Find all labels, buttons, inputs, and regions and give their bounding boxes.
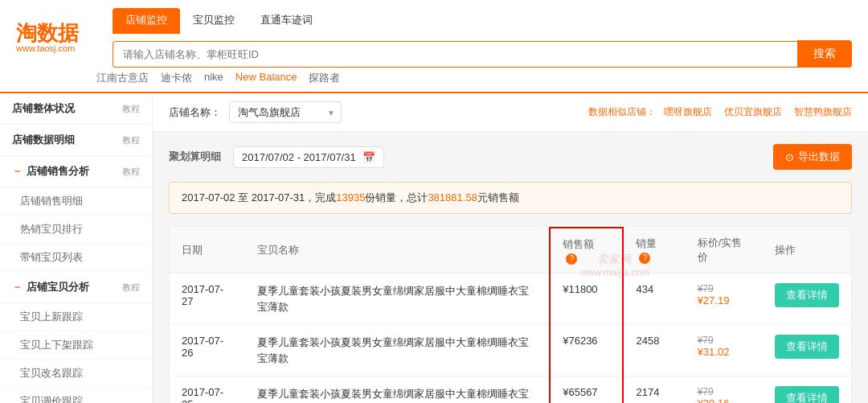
table-row: 2017-07-25 夏季儿童套装小孩夏装男女童绵绸家居服中大童棉绸睡衣宝宝薄款… bbox=[170, 376, 851, 404]
sidebar-group-data-detail-title: 店铺数据明细 教程 bbox=[0, 125, 152, 156]
cell-price-0: ¥79 ¥27.19 bbox=[686, 273, 763, 325]
sales-count-help[interactable]: ? bbox=[639, 253, 650, 264]
sidebar-group-data-detail: 店铺数据明细 教程 bbox=[0, 125, 152, 156]
tutorial-sales[interactable]: 教程 bbox=[122, 166, 140, 178]
similar-links: 嘿呀旗舰店 优贝宜旗舰店 智慧鸭旗舰店 bbox=[664, 105, 852, 119]
cell-action-2[interactable]: 查看详情 bbox=[763, 376, 851, 404]
cell-date-2: 2017-07-25 bbox=[170, 376, 245, 404]
col-sales-count: 销量 ? bbox=[623, 228, 685, 273]
col-product: 宝贝名称 bbox=[245, 228, 550, 273]
table-row: 2017-07-26 夏季儿童套装小孩夏装男女童绵绸家居服中大童棉绸睡衣宝宝薄款… bbox=[170, 325, 851, 376]
col-sales-amount: 销售额 ? 卖家网 www.maijia.com bbox=[550, 228, 623, 273]
similar-store-0[interactable]: 嘿呀旗舰店 bbox=[664, 105, 712, 119]
sidebar-item-price-track[interactable]: 宝贝调价跟踪 bbox=[0, 388, 152, 403]
col-date: 日期 bbox=[170, 228, 245, 273]
sidebar-item-shelf-track[interactable]: 宝贝上下架跟踪 bbox=[0, 331, 152, 360]
collapse-item-analysis[interactable]: － bbox=[12, 280, 23, 294]
cell-count-0: 434 bbox=[623, 273, 685, 325]
sidebar: 店铺整体状况 教程 店铺数据明细 教程 － 店铺销售分析 教程 店铺销售明细 热… bbox=[0, 93, 153, 403]
search-input[interactable] bbox=[113, 41, 797, 68]
collapse-sales[interactable]: － bbox=[12, 164, 23, 179]
store-label: 店铺名称： bbox=[169, 105, 221, 120]
similar-store-1[interactable]: 优贝宜旗舰店 bbox=[724, 105, 782, 119]
summary-sales-count: 13935 bbox=[336, 191, 365, 204]
sidebar-group-overview: 店铺整体状况 教程 bbox=[0, 93, 152, 125]
cell-product-1: 夏季儿童套装小孩夏装男女童绵绸家居服中大童棉绸睡衣宝宝薄款 bbox=[245, 325, 550, 376]
col-action: 操作 bbox=[763, 228, 851, 273]
tutorial-data-detail[interactable]: 教程 bbox=[122, 134, 140, 146]
logo-cn: 淘数据 bbox=[16, 23, 96, 43]
cell-price-1: ¥79 ¥31.02 bbox=[686, 325, 763, 376]
summary-sales-amount: 381881.58 bbox=[428, 191, 477, 204]
date-filter-label: 聚划算明细 bbox=[169, 150, 221, 164]
cell-product-2: 夏季儿童套装小孩夏装男女童绵绸家居服中大童棉绸睡衣宝宝薄款 bbox=[245, 376, 550, 404]
cell-count-2: 2174 bbox=[623, 376, 685, 404]
quick-link-nike[interactable]: nike bbox=[204, 71, 223, 85]
sidebar-group-item-analysis: － 店铺宝贝分析 教程 宝贝上新跟踪 宝贝上下架跟踪 宝贝改名跟踪 宝贝调价跟踪 bbox=[0, 272, 152, 403]
store-bar: 店铺名称： 淘气岛旗舰店 数据相似店铺： 嘿呀旗舰店 优贝宜旗舰店 智慧鸭旗舰店 bbox=[153, 93, 868, 132]
cell-sales-0: ¥11800 bbox=[550, 273, 623, 325]
cell-date-1: 2017-07-26 bbox=[170, 325, 245, 376]
sidebar-group-sales-title: － 店铺销售分析 教程 bbox=[0, 156, 152, 187]
quick-link-jiangnan[interactable]: 江南古意店 bbox=[96, 71, 149, 85]
tab-train-trace[interactable]: 直通车迹词 bbox=[248, 8, 326, 34]
quick-links: 江南古意店 迪卡侬 nike New Balance 探路者 bbox=[0, 68, 868, 92]
col-price: 标价/实售价 bbox=[686, 228, 763, 273]
tab-store-monitor[interactable]: 店铺监控 bbox=[113, 8, 180, 34]
detail-button-1[interactable]: 查看详情 bbox=[775, 335, 839, 359]
detail-button-0[interactable]: 查看详情 bbox=[775, 283, 839, 307]
sidebar-item-drag-items[interactable]: 带销宝贝列表 bbox=[0, 244, 152, 272]
sidebar-item-hot-items[interactable]: 热销宝贝排行 bbox=[0, 216, 152, 244]
logo-url: www.taosj.com bbox=[16, 43, 96, 53]
date-range-value: 2017/07/02 - 2017/07/31 bbox=[242, 151, 356, 163]
date-filter: 聚划算明细 2017/07/02 - 2017/07/31 📅 ⊙ 导出数据 bbox=[169, 144, 852, 170]
cell-action-1[interactable]: 查看详情 bbox=[763, 325, 851, 376]
content-area: 聚划算明细 2017/07/02 - 2017/07/31 📅 ⊙ 导出数据 2… bbox=[153, 132, 868, 403]
cell-count-1: 2458 bbox=[623, 325, 685, 376]
export-button[interactable]: ⊙ 导出数据 bbox=[773, 144, 852, 170]
export-icon: ⊙ bbox=[785, 151, 794, 163]
detail-button-2[interactable]: 查看详情 bbox=[775, 386, 839, 403]
date-range-picker[interactable]: 2017/07/02 - 2017/07/31 📅 bbox=[233, 146, 384, 168]
quick-link-dika[interactable]: 迪卡侬 bbox=[161, 71, 192, 85]
main-content: 店铺名称： 淘气岛旗舰店 数据相似店铺： 嘿呀旗舰店 优贝宜旗舰店 智慧鸭旗舰店… bbox=[153, 93, 868, 403]
table-row: 2017-07-27 夏季儿童套装小孩夏装男女童绵绸家居服中大童棉绸睡衣宝宝薄款… bbox=[170, 273, 851, 325]
tab-item-monitor[interactable]: 宝贝监控 bbox=[180, 8, 248, 34]
cell-price-2: ¥79 ¥30.16 bbox=[686, 376, 763, 404]
cell-sales-1: ¥76236 bbox=[550, 325, 623, 376]
summary-bar: 2017-07-02 至 2017-07-31，完成13935份销量，总计381… bbox=[169, 182, 852, 214]
sidebar-item-rename-track[interactable]: 宝贝改名跟踪 bbox=[0, 360, 152, 388]
sidebar-item-sales-detail[interactable]: 店铺销售明细 bbox=[0, 187, 152, 216]
tutorial-item-analysis[interactable]: 教程 bbox=[122, 282, 140, 294]
tutorial-overview[interactable]: 教程 bbox=[122, 103, 140, 115]
similar-label: 数据相似店铺： bbox=[588, 105, 656, 119]
store-select[interactable]: 淘气岛旗舰店 bbox=[229, 101, 342, 123]
data-table: 日期 宝贝名称 销售额 ? 卖家网 www.maijia.com bbox=[169, 226, 852, 403]
nav-tabs: 店铺监控 宝贝监控 直通车迹词 bbox=[113, 8, 326, 34]
sidebar-item-new-track[interactable]: 宝贝上新跟踪 bbox=[0, 303, 152, 331]
quick-link-tanlu[interactable]: 探路者 bbox=[309, 71, 340, 85]
sidebar-group-overview-title: 店铺整体状况 教程 bbox=[0, 93, 152, 125]
cell-action-0[interactable]: 查看详情 bbox=[763, 273, 851, 325]
quick-link-newbalance[interactable]: New Balance bbox=[235, 71, 297, 85]
search-button[interactable]: 搜索 bbox=[797, 40, 852, 68]
sales-amount-help[interactable]: ? bbox=[566, 253, 577, 265]
store-select-wrap[interactable]: 淘气岛旗舰店 bbox=[229, 101, 342, 123]
sidebar-group-sales: － 店铺销售分析 教程 店铺销售明细 热销宝贝排行 带销宝贝列表 bbox=[0, 156, 152, 272]
cell-date-0: 2017-07-27 bbox=[170, 273, 245, 325]
sidebar-group-item-analysis-title: － 店铺宝贝分析 教程 bbox=[0, 272, 152, 303]
cell-sales-2: ¥65567 bbox=[550, 376, 623, 404]
logo: 淘数据 www.taosj.com bbox=[16, 23, 96, 53]
similar-store-2[interactable]: 智慧鸭旗舰店 bbox=[794, 105, 852, 119]
cell-product-0: 夏季儿童套装小孩夏装男女童绵绸家居服中大童棉绸睡衣宝宝薄款 bbox=[245, 273, 550, 325]
calendar-icon: 📅 bbox=[362, 151, 375, 163]
